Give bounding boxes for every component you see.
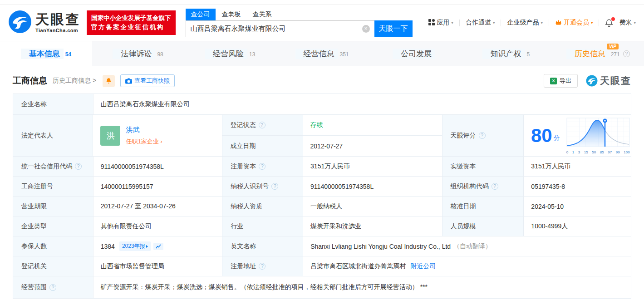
site-logo[interactable]: 天眼查 TianYanCha.com bbox=[8, 10, 80, 35]
field-label: 登记机关 bbox=[13, 256, 93, 276]
search-tab-company[interactable]: 查公司 bbox=[186, 9, 216, 20]
tianyan-score-cell: 80 分 bbox=[524, 115, 631, 157]
top-navigation: 应用 ▾ 合作通道 ▾ 企业级产品 ▾ 开通会员 ▾ bbox=[428, 19, 636, 27]
nav-partner-label: 合作通道 bbox=[466, 19, 491, 27]
english-name-value: Shanxi Lvliang Lishi Yongju Coal Industr… bbox=[310, 243, 451, 250]
site-header: 天眼查 TianYanCha.com 国家中小企业发展子基金旗下 官方备案企业征… bbox=[0, 5, 644, 41]
tab-legal-proceedings[interactable]: 法律诉讼 98 bbox=[92, 41, 184, 66]
staff-size-value: 1000-4999人 bbox=[524, 216, 631, 236]
help-icon[interactable]: ? bbox=[271, 183, 278, 190]
tab-count: 271 bbox=[611, 51, 620, 58]
line-chart-icon bbox=[156, 244, 161, 249]
legal-rep-link[interactable]: 洪武 bbox=[126, 126, 162, 134]
nearby-companies-link[interactable]: 附近公司 bbox=[410, 262, 436, 271]
clear-search-icon[interactable]: × bbox=[362, 25, 370, 33]
bell-icon bbox=[106, 78, 112, 84]
chevron-down-icon: ▾ bbox=[493, 20, 495, 25]
tab-count: 13 bbox=[249, 51, 255, 58]
help-icon[interactable]: ? bbox=[259, 122, 265, 128]
label-text: 注册资本 bbox=[231, 162, 256, 171]
nav-vip-membership[interactable]: 开通会员 ▾ bbox=[555, 19, 593, 27]
label-text: 登记状态 bbox=[231, 121, 256, 129]
tab-basic-info[interactable]: 基本信息 54 bbox=[0, 41, 92, 66]
field-label: 注册地址 ? bbox=[222, 256, 303, 276]
tab-company-development[interactable]: 公司发展 bbox=[368, 41, 460, 66]
section-header: 工商信息 历史工商信息 > 查看工商快照 X 导出 天眼查 bbox=[13, 74, 631, 88]
field-label: 英文名称 bbox=[222, 236, 303, 256]
field-label: 行业 bbox=[222, 216, 303, 236]
help-icon[interactable]: ? bbox=[492, 183, 498, 190]
field-label: 核准日期 bbox=[442, 197, 524, 216]
reg-address-cell: 吕梁市离石区城北街道办菁蒿焉村 附近公司 bbox=[303, 256, 631, 276]
search-tabs: 查公司 查老板 查关系 bbox=[186, 8, 413, 20]
excel-icon: X bbox=[550, 78, 557, 84]
chevron-down-icon: ▾ bbox=[451, 20, 453, 25]
snapshot-label: 查看工商快照 bbox=[134, 77, 170, 85]
nav-user-account[interactable]: 费米 ▾ bbox=[619, 19, 636, 27]
nav-enterprise-products[interactable]: 企业级产品 ▾ bbox=[507, 19, 543, 27]
field-label: 注册资本 ? bbox=[222, 157, 303, 177]
notification-dot bbox=[611, 17, 615, 21]
view-business-snapshot-button[interactable]: 查看工商快照 bbox=[120, 74, 175, 87]
reg-capital-value: 3151万人民币 bbox=[303, 157, 442, 177]
chevron-down-icon: ▾ bbox=[591, 20, 593, 25]
avatar[interactable]: 洪 bbox=[100, 126, 120, 146]
chevron-down-icon: ▾ bbox=[634, 20, 636, 25]
score-distribution-chart: 0131550859799100 bbox=[566, 117, 630, 154]
label-text: 天眼评分 bbox=[451, 132, 476, 140]
table-row: 营业期限 2012-07-27 至 2034-07-26 纳税人资质 一般纳税人… bbox=[13, 197, 631, 216]
search-button[interactable]: 天眼一下 bbox=[374, 20, 413, 37]
help-icon[interactable]: ? bbox=[479, 132, 486, 139]
tab-intellectual-property[interactable]: 知识产权 5 bbox=[460, 41, 552, 66]
rep-companies-link[interactable]: 任职1家企业 › bbox=[126, 138, 162, 146]
badge-line2: 官方备案企业征信机构 bbox=[91, 23, 171, 32]
tab-business-risk[interactable]: 经营风险 13 bbox=[184, 41, 276, 66]
history-business-info-link[interactable]: 历史工商信息 > bbox=[53, 77, 96, 85]
nav-partner-channel[interactable]: 合作通道 ▾ bbox=[466, 19, 495, 27]
help-icon[interactable]: ? bbox=[49, 284, 56, 291]
arrow-right-icon bbox=[146, 245, 148, 248]
label-text: 注册地址 bbox=[231, 262, 256, 271]
taxpayer-id-value: 91140000051974358L bbox=[303, 177, 442, 197]
field-label: 实缴资本 bbox=[442, 157, 524, 177]
est-date-value: 2012-07-27 bbox=[303, 136, 442, 157]
paid-capital-value: 3151万人民币 bbox=[524, 157, 631, 177]
insured-count-cell: 1384 2023年报 bbox=[93, 236, 223, 256]
search-input[interactable] bbox=[186, 20, 374, 37]
nav-apps-label: 应用 bbox=[437, 19, 449, 27]
field-label: 人员规模 bbox=[442, 216, 524, 236]
help-icon[interactable]: ? bbox=[259, 263, 265, 270]
table-row: 参保人数 1384 2023年报 英文名称 Shanxi Lvliang Lis… bbox=[13, 236, 631, 256]
help-icon[interactable]: ? bbox=[75, 163, 82, 170]
tab-history-info[interactable]: VIP 历史信息 271 ? bbox=[552, 41, 644, 66]
annual-report-badge[interactable]: 2023年报 bbox=[119, 241, 151, 251]
field-label: 成立日期 bbox=[222, 136, 303, 157]
search-tab-boss[interactable]: 查老板 bbox=[216, 9, 246, 20]
taxpayer-quality-value: 一般纳税人 bbox=[303, 197, 442, 216]
help-icon[interactable]: ? bbox=[259, 163, 265, 170]
trend-chart-button[interactable] bbox=[153, 243, 163, 250]
nav-apps[interactable]: 应用 ▾ bbox=[428, 19, 453, 27]
tab-business-info[interactable]: 经营信息 351 bbox=[276, 41, 368, 66]
field-label: 企业类型 bbox=[13, 216, 93, 236]
company-tabbar: 基本信息 54 法律诉讼 98 经营风险 13 经营信息 351 公司发展 知识… bbox=[0, 41, 644, 66]
field-label: 统一社会信用代码 ? bbox=[13, 157, 93, 177]
table-row: 企业名称 山西吕梁离石永聚煤业有限公司 bbox=[13, 94, 631, 115]
subscribe-alert-button[interactable] bbox=[103, 75, 115, 87]
help-icon[interactable]: ? bbox=[623, 50, 630, 57]
watermark-text: 天眼查 bbox=[600, 74, 631, 87]
business-term-value: 2012-07-27 至 2034-07-26 bbox=[93, 197, 223, 216]
notification-bell[interactable] bbox=[605, 19, 613, 27]
search-tab-relation[interactable]: 查关系 bbox=[247, 9, 277, 20]
tab-label: 法律诉讼 bbox=[113, 49, 155, 59]
field-label: 工商注册号 bbox=[13, 177, 93, 197]
label-text: 纳税人识别号 bbox=[231, 182, 269, 191]
label-text: 统一社会信用代码 bbox=[21, 162, 72, 171]
tab-label: 经营风险 bbox=[205, 49, 247, 59]
legal-rep-cell: 洪 洪武 任职1家企业 › bbox=[93, 115, 222, 157]
export-button[interactable]: X 导出 bbox=[544, 74, 578, 88]
table-row: 统一社会信用代码 ? 91140000051974358L 注册资本 ? 315… bbox=[13, 157, 631, 177]
tianyancha-swirl-icon bbox=[586, 75, 598, 87]
label-text: 经营范围 bbox=[21, 283, 47, 291]
auto-translate-note: （自动翻译） bbox=[453, 242, 492, 251]
